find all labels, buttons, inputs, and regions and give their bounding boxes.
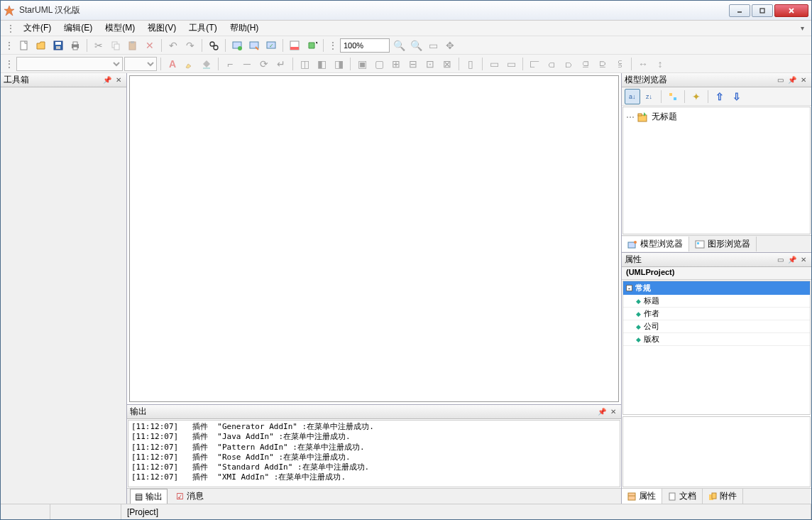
model-verify-icon[interactable]: ✓ bbox=[263, 38, 279, 53]
align-left-icon[interactable]: ▯ bbox=[463, 56, 478, 72]
pan-icon[interactable]: ✥ bbox=[442, 38, 458, 53]
layout-1-icon[interactable]: ▭ bbox=[486, 56, 502, 72]
property-row-company[interactable]: ◆公司 bbox=[623, 320, 810, 333]
pin-icon[interactable]: 📌 bbox=[786, 76, 799, 84]
separator bbox=[225, 39, 226, 52]
tab-diagram-explorer[interactable]: 图形浏览器 bbox=[689, 237, 757, 251]
color-fill-icon[interactable] bbox=[287, 38, 302, 53]
properties-group-general[interactable]: - 常规 bbox=[623, 281, 810, 295]
cut-icon[interactable]: ✂ bbox=[91, 38, 106, 53]
fit-window-icon[interactable]: ▭ bbox=[425, 38, 441, 53]
move-down-icon[interactable]: ⇩ bbox=[729, 89, 745, 104]
close-button[interactable] bbox=[774, 4, 808, 17]
select-diagram-icon[interactable] bbox=[246, 38, 262, 53]
align-top-icon[interactable]: ⫑ bbox=[578, 56, 593, 72]
group-icon[interactable]: ⊞ bbox=[388, 56, 404, 72]
close-panel-icon[interactable]: ✕ bbox=[114, 76, 124, 84]
save-icon[interactable] bbox=[50, 38, 66, 53]
unlock-icon[interactable]: ⊠ bbox=[439, 56, 455, 72]
align-middle-icon[interactable]: ⫒ bbox=[595, 56, 610, 72]
menu-help[interactable]: 帮助(H) bbox=[224, 21, 265, 36]
properties-grid[interactable]: - 常规 ◆标题 ◆作者 ◆公司 ◆版权 bbox=[622, 281, 811, 415]
maximize-button[interactable] bbox=[752, 4, 773, 17]
menu-tools[interactable]: 工具(T) bbox=[183, 21, 222, 36]
fill-color-icon[interactable] bbox=[199, 56, 214, 72]
show-visibility-icon[interactable]: ◧ bbox=[314, 56, 329, 72]
show-namespace-icon[interactable]: ◨ bbox=[331, 56, 346, 72]
collapse-icon[interactable]: - bbox=[626, 285, 632, 291]
filter-icon[interactable] bbox=[665, 89, 681, 104]
font-family-combo[interactable] bbox=[16, 57, 123, 71]
redo-icon[interactable]: ↷ bbox=[182, 38, 198, 53]
font-size-combo[interactable] bbox=[124, 57, 157, 71]
diagram-canvas[interactable] bbox=[129, 75, 619, 402]
output-log[interactable]: [11:12:07] 插件 "Generator AddIn" :在菜单中注册成… bbox=[128, 420, 620, 487]
copy-icon[interactable] bbox=[108, 38, 124, 53]
line-style-icon[interactable]: ⌐ bbox=[222, 56, 238, 72]
tab-attachments[interactable]: 附件 bbox=[703, 489, 743, 504]
pin-icon[interactable]: 📌 bbox=[786, 256, 799, 264]
close-panel-icon[interactable]: ✕ bbox=[799, 256, 808, 264]
minimize-button[interactable] bbox=[729, 4, 750, 17]
open-file-icon[interactable] bbox=[33, 38, 49, 53]
find-icon[interactable] bbox=[206, 38, 221, 53]
align-center-icon[interactable]: ⫏ bbox=[544, 56, 559, 72]
ungroup-icon[interactable]: ⊟ bbox=[405, 56, 421, 72]
zoom-combo[interactable] bbox=[340, 38, 390, 53]
paste-icon[interactable] bbox=[125, 38, 141, 53]
print-icon[interactable] bbox=[67, 38, 83, 53]
select-model-icon[interactable] bbox=[229, 38, 245, 53]
window-controls bbox=[729, 4, 808, 17]
align-bottom-icon[interactable]: ⫓ bbox=[612, 56, 627, 72]
move-up-icon[interactable]: ⇧ bbox=[712, 89, 728, 104]
dist-h-icon[interactable]: ↔ bbox=[635, 56, 651, 72]
model-tree[interactable]: ⋯ 无标题 bbox=[622, 107, 811, 234]
model-explorer-header: 模型浏览器 ▭ 📌 ✕ bbox=[622, 73, 811, 87]
menu-file[interactable]: 文件(F) bbox=[18, 21, 57, 36]
send-back-icon[interactable]: ▢ bbox=[371, 56, 387, 72]
delete-icon[interactable]: ✕ bbox=[142, 38, 158, 53]
tab-model-explorer[interactable]: 模型浏览器 bbox=[622, 237, 689, 251]
bring-front-icon[interactable]: ▣ bbox=[354, 56, 370, 72]
word-wrap-icon[interactable]: ↵ bbox=[273, 56, 289, 72]
zoom-in-icon[interactable]: 🔍 bbox=[391, 38, 407, 53]
close-panel-icon[interactable]: ✕ bbox=[608, 408, 618, 416]
refresh-icon[interactable]: ✦ bbox=[688, 89, 704, 104]
property-row-copyright[interactable]: ◆版权 bbox=[623, 333, 810, 346]
align-left2-icon[interactable]: ⫍ bbox=[527, 56, 542, 72]
lock-icon[interactable]: ⊡ bbox=[422, 56, 438, 72]
font-color-icon[interactable]: A bbox=[165, 56, 180, 72]
layout-2-icon[interactable]: ▭ bbox=[503, 56, 519, 72]
show-stereotype-icon[interactable]: ◫ bbox=[297, 56, 312, 72]
menu-model[interactable]: 模型(M) bbox=[99, 21, 141, 36]
addon-icon[interactable]: ▾ bbox=[304, 38, 319, 53]
pin-icon[interactable]: 📌 bbox=[596, 408, 608, 416]
tree-root-item[interactable]: ⋯ 无标题 bbox=[626, 110, 807, 124]
menu-edit[interactable]: 编辑(E) bbox=[58, 21, 98, 36]
line-color-icon[interactable]: ─ bbox=[239, 56, 255, 72]
sort-name-icon[interactable]: a↓ bbox=[625, 89, 640, 104]
zoom-out-icon[interactable]: 🔍 bbox=[408, 38, 424, 53]
autohide-icon[interactable]: ▭ bbox=[775, 76, 786, 84]
svg-point-16 bbox=[210, 42, 214, 46]
align-right-icon[interactable]: ⫐ bbox=[561, 56, 576, 72]
auto-size-icon[interactable]: ⟳ bbox=[256, 56, 272, 72]
tab-output[interactable]: ▤输出 bbox=[130, 489, 168, 504]
pin-icon[interactable]: 📌 bbox=[101, 76, 114, 84]
autohide-icon[interactable]: ▭ bbox=[775, 256, 786, 264]
dist-v-icon[interactable]: ↕ bbox=[652, 56, 668, 72]
properties-description[interactable] bbox=[622, 416, 811, 487]
tab-documentation[interactable]: 文档 bbox=[662, 489, 703, 504]
menu-overflow-icon[interactable]: ▾ bbox=[798, 24, 807, 32]
tab-messages[interactable]: ☑消息 bbox=[172, 489, 208, 504]
undo-icon[interactable]: ↶ bbox=[165, 38, 181, 53]
svg-rect-41 bbox=[669, 493, 675, 500]
sort-type-icon[interactable]: z↓ bbox=[642, 89, 657, 104]
property-row-author[interactable]: ◆作者 bbox=[623, 308, 810, 320]
menu-view[interactable]: 视图(V) bbox=[142, 21, 182, 36]
close-panel-icon[interactable]: ✕ bbox=[799, 76, 808, 84]
tab-properties[interactable]: 属性 bbox=[622, 489, 662, 504]
highlight-icon[interactable] bbox=[182, 56, 197, 72]
new-file-icon[interactable] bbox=[16, 38, 32, 53]
property-row-title[interactable]: ◆标题 bbox=[623, 295, 810, 308]
